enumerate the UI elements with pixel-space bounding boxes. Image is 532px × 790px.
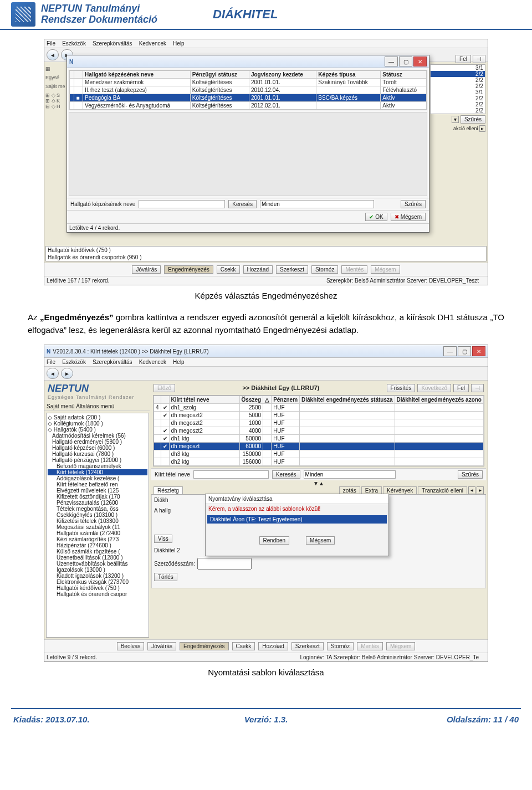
- ss2-tree[interactable]: ◇ Saját adatok (200 )◇ Kollégiumok (1800…: [46, 413, 149, 638]
- tree-node[interactable]: Adóigazolások kezelése (: [48, 475, 147, 481]
- maximize-button[interactable]: ▢: [458, 346, 471, 356]
- table-row[interactable]: ✔dh megoszt24000HUF: [154, 427, 484, 435]
- col-check2[interactable]: [74, 71, 83, 79]
- btn-szerkeszt[interactable]: Szerkeszt: [276, 265, 308, 274]
- table-row[interactable]: ✔dh1 ktg50000HUF: [154, 435, 484, 443]
- tab-kerv[interactable]: Kérvények: [383, 486, 417, 494]
- table-row[interactable]: ✔dh megoszt60000HUF: [154, 443, 484, 450]
- menu-help[interactable]: Help: [173, 359, 185, 365]
- btn-csekk[interactable]: Csekk: [232, 642, 255, 650]
- gcol4[interactable]: △: [263, 396, 272, 404]
- dropdown-icon[interactable]: ▾: [452, 116, 459, 123]
- maximize-button[interactable]: ▢: [399, 57, 412, 66]
- btn-engedmenyezes[interactable]: Engedményezés: [180, 642, 229, 650]
- btn-stornoz[interactable]: Stornóz: [311, 265, 338, 274]
- tree-node[interactable]: Hallgatók és órarendi csopor: [48, 591, 147, 597]
- btn-jovairas[interactable]: Jóváírás: [132, 265, 161, 274]
- ss1-grid[interactable]: Hallgató képzésének neve Pénzügyi státus…: [69, 70, 427, 110]
- dialog-selected-item[interactable]: Diákhitel Áron (TE: Teszt Egyetemen): [207, 515, 387, 524]
- tree-node[interactable]: ◇ Hallgatók (5400 ): [48, 427, 147, 433]
- tab-extra[interactable]: Extra: [361, 486, 382, 494]
- pin-icon[interactable]: ⊣: [473, 55, 485, 63]
- btn-torles[interactable]: Törlés: [154, 573, 177, 581]
- col-check1[interactable]: [70, 71, 74, 79]
- tree-node[interactable]: ◇ Kollégiumok (1800 ): [48, 420, 147, 427]
- col-status[interactable]: Státusz: [381, 71, 427, 79]
- cancel-button[interactable]: Mégsem: [391, 213, 426, 221]
- tree-node[interactable]: Üzenetbeállítások (12800 ): [48, 555, 147, 561]
- btn-stornoz[interactable]: Stornóz: [327, 642, 354, 650]
- btn-szerkeszt[interactable]: Szerkeszt: [291, 642, 324, 650]
- menu-fav[interactable]: Kedvencek: [139, 359, 166, 365]
- table-row[interactable]: Vegyészmérnöki- és AnyagtudomáKöltségtér…: [70, 102, 427, 110]
- tree-node[interactable]: Elektronikus vizsgák (273700: [48, 579, 147, 585]
- minimize-button[interactable]: —: [443, 346, 457, 356]
- menu-file[interactable]: File: [47, 40, 55, 47]
- col-fin[interactable]: Pénzügyi státusz: [190, 71, 249, 79]
- menu-fav[interactable]: Kedvencek: [139, 40, 166, 47]
- up-button[interactable]: Fel: [453, 384, 469, 392]
- tab-tranz[interactable]: Tranzakció elleni: [418, 486, 467, 494]
- back-icon[interactable]: ◄: [47, 49, 59, 60]
- btn-hozzaad[interactable]: Hozzáad: [258, 642, 288, 650]
- filter-button[interactable]: Szűrés: [401, 200, 426, 208]
- gcol6[interactable]: Diákhitel engedményezés státusza: [300, 396, 395, 404]
- search-input[interactable]: [139, 200, 225, 208]
- table-row[interactable]: dh megoszt21000HUF: [154, 419, 484, 427]
- menu-role[interactable]: Szerepkörváltás: [93, 40, 132, 47]
- ss2-grid[interactable]: Kiírt tétel neve Összeg △ Pénznem Diákhi…: [153, 395, 484, 466]
- szures-side-button[interactable]: Szűrés: [461, 115, 485, 124]
- search-button[interactable]: Keresés: [228, 200, 257, 208]
- up-button[interactable]: Fel: [456, 55, 471, 63]
- tab-zotas[interactable]: zotás: [339, 486, 360, 494]
- tree-node[interactable]: Hallgató eredményei (5800 ): [48, 439, 147, 445]
- gcol5[interactable]: Pénznem: [272, 396, 300, 404]
- close-button[interactable]: ✕: [472, 346, 485, 356]
- tab-reszlet[interactable]: Részletg: [154, 486, 183, 494]
- col-name[interactable]: Hallgató képzésének neve: [83, 71, 191, 79]
- filter-button[interactable]: Szűrés: [458, 470, 483, 479]
- table-row[interactable]: ✔dh megoszt25000HUF: [154, 412, 484, 419]
- dialog-cancel-button[interactable]: Mégsem: [306, 536, 335, 545]
- menu-file[interactable]: File: [47, 359, 55, 365]
- gcol1[interactable]: [161, 396, 169, 404]
- minimize-button[interactable]: —: [385, 57, 398, 66]
- tree-node[interactable]: Befizető magánszemélyek: [48, 463, 147, 469]
- tree-node[interactable]: Külső számlák rögzítése (: [48, 548, 147, 555]
- search-filter-input[interactable]: [304, 470, 396, 479]
- tree-node[interactable]: Kifizetési tételek (103300: [48, 518, 147, 524]
- tree-node[interactable]: Adatmódosítási kérelmek (56): [48, 433, 147, 439]
- table-row[interactable]: 4✔dh1_szolg2500HUF: [154, 404, 484, 412]
- btn-engedmenyezes[interactable]: Engedményezés: [164, 265, 213, 274]
- tree-node[interactable]: Hallgatói kérdőívek (750 ): [48, 585, 147, 591]
- back-icon[interactable]: ◄: [47, 368, 59, 379]
- tree-node[interactable]: Házipénztár (274600 ): [48, 542, 147, 548]
- tree-node[interactable]: Kiadott igazolások (13200 ): [48, 573, 147, 579]
- search-filter-input[interactable]: [260, 200, 374, 208]
- close-button[interactable]: ✕: [413, 57, 427, 66]
- gcol0[interactable]: [154, 396, 161, 404]
- col-start[interactable]: Jogviszony kezdete: [249, 71, 316, 79]
- gcol3[interactable]: Összeg: [239, 396, 263, 404]
- tree-node[interactable]: Kézi számlarögzítés (273: [48, 536, 147, 542]
- ok-button[interactable]: OK: [365, 213, 387, 221]
- table-row[interactable]: Menedzser szakmérnökKöltségtérítéses2001…: [70, 79, 427, 86]
- btn-viss[interactable]: Viss: [154, 535, 172, 543]
- menu-help[interactable]: Help: [173, 40, 185, 47]
- menu-tools[interactable]: Eszközök: [62, 40, 86, 47]
- tree-tabs[interactable]: Saját menü Általános menü: [44, 402, 150, 411]
- tree-node[interactable]: Hallgató kurzusai (7800 ): [48, 451, 147, 457]
- tree-node[interactable]: Hallgató pénzügyei (12000 ): [48, 457, 147, 463]
- tree-node[interactable]: ◇ Saját adatok (200 ): [48, 414, 147, 420]
- tree-node[interactable]: Kiírt tételek (12400: [48, 469, 147, 475]
- tree-node[interactable]: Üzenettovábbítások beállítás: [48, 561, 147, 567]
- gcol2[interactable]: Kiírt tétel neve: [169, 396, 239, 404]
- tree-node[interactable]: Tételek megbontása, öss: [48, 506, 147, 512]
- col-type[interactable]: Képzés típusa: [316, 71, 381, 79]
- table-row[interactable]: II.rhez teszt (alapkepzes)Költségtérítés…: [70, 86, 427, 94]
- table-row[interactable]: ■Pedagógia BAKöltségtérítéses2001.01.01.…: [70, 94, 427, 102]
- search-input[interactable]: [193, 470, 269, 479]
- scroll-right-icon[interactable]: ▸: [479, 125, 485, 132]
- menu-tools[interactable]: Eszközök: [62, 359, 86, 365]
- tree-node[interactable]: Kiírt tételhez befizető ren: [48, 481, 147, 488]
